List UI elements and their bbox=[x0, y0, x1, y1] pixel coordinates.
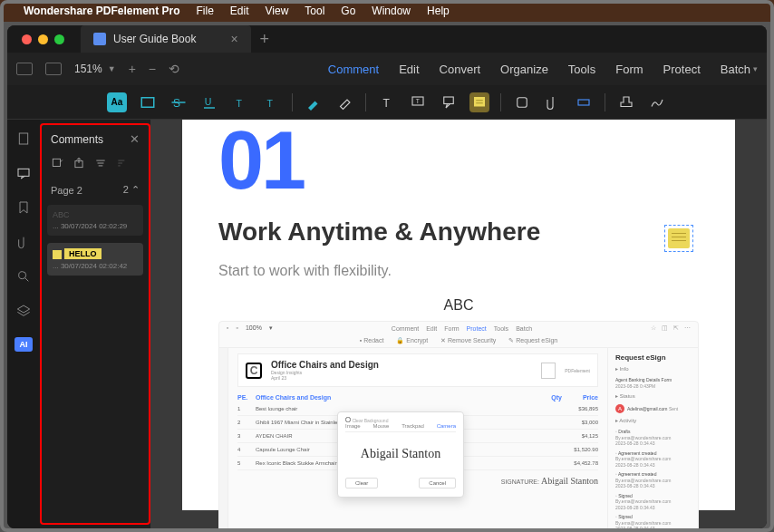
page-subtitle: Start to work with flexibility. bbox=[218, 263, 699, 279]
comment-timestamp: ... 30/07/2024 02:02:42 bbox=[53, 262, 138, 270]
tab-tools[interactable]: Tools bbox=[568, 63, 595, 76]
sidebar-toggle-icon[interactable] bbox=[16, 63, 33, 75]
maximize-window-button[interactable] bbox=[54, 34, 64, 44]
main-area: AI Comments ✕ Page 2 2 ⌃ ABC ... 30/07/2… bbox=[7, 120, 767, 528]
thumbnails-icon[interactable] bbox=[15, 131, 32, 147]
strikethrough-icon[interactable]: S bbox=[169, 92, 189, 112]
menu-view[interactable]: View bbox=[266, 5, 289, 17]
note-icon bbox=[53, 250, 62, 259]
eraser-icon[interactable] bbox=[334, 92, 354, 112]
minimize-window-button[interactable] bbox=[38, 34, 48, 44]
tab-convert[interactable]: Convert bbox=[440, 63, 481, 76]
sort-icon[interactable] bbox=[116, 157, 129, 169]
menu-go[interactable]: Go bbox=[341, 5, 355, 17]
tab-title: User Guide Book bbox=[113, 33, 196, 45]
bookmarks-icon[interactable] bbox=[15, 199, 32, 216]
search-icon[interactable] bbox=[15, 268, 32, 285]
highlight-text-icon[interactable]: Aa bbox=[107, 92, 127, 112]
filter-icon[interactable] bbox=[94, 157, 107, 169]
svg-rect-10 bbox=[444, 97, 454, 104]
tab-form[interactable]: Form bbox=[615, 63, 643, 76]
area-highlight-icon[interactable] bbox=[138, 92, 158, 112]
tab-edit[interactable]: Edit bbox=[399, 63, 419, 76]
zoom-control[interactable]: 151%▼ bbox=[74, 63, 116, 75]
text-box-icon[interactable]: T bbox=[377, 92, 397, 112]
svg-rect-15 bbox=[578, 100, 589, 105]
page-number-heading: 01 bbox=[218, 120, 699, 201]
pdf-tab-icon bbox=[93, 33, 106, 45]
replace-text-icon[interactable]: T bbox=[261, 92, 281, 112]
add-comment-icon[interactable] bbox=[51, 157, 63, 169]
comments-rail-icon[interactable] bbox=[15, 165, 32, 181]
attachment-icon[interactable] bbox=[543, 92, 563, 112]
svg-rect-17 bbox=[18, 169, 29, 176]
svg-point-18 bbox=[19, 272, 26, 279]
layers-icon[interactable] bbox=[15, 303, 32, 319]
document-viewport[interactable]: 01 Work Anytime & Anywhere Start to work… bbox=[150, 120, 767, 528]
view-mode-icon[interactable] bbox=[45, 63, 62, 75]
tab-protect[interactable]: Protect bbox=[663, 63, 701, 76]
close-panel-button[interactable]: ✕ bbox=[130, 132, 140, 146]
sticky-note-icon[interactable] bbox=[469, 92, 489, 112]
svg-rect-11 bbox=[474, 97, 485, 107]
separator bbox=[605, 93, 605, 111]
svg-rect-0 bbox=[141, 97, 154, 107]
close-tab-button[interactable]: × bbox=[230, 32, 237, 46]
menu-edit[interactable]: Edit bbox=[230, 5, 249, 17]
separator bbox=[500, 93, 501, 111]
svg-text:T: T bbox=[383, 96, 391, 109]
comment-timestamp: ... 30/07/2024 02:02:29 bbox=[53, 222, 138, 230]
svg-rect-16 bbox=[19, 133, 27, 144]
tab-batch[interactable]: Batch▾ bbox=[721, 63, 758, 76]
separator bbox=[292, 93, 293, 111]
pdf-page: 01 Work Anytime & Anywhere Start to work… bbox=[182, 120, 735, 510]
svg-text:U: U bbox=[205, 96, 212, 107]
text-callout-icon[interactable]: T bbox=[408, 92, 428, 112]
chevron-down-icon: ▼ bbox=[108, 64, 116, 73]
chevron-down-icon: ▾ bbox=[753, 64, 758, 73]
document-tab[interactable]: User Guide Book × bbox=[81, 25, 251, 53]
sticky-note-annotation[interactable] bbox=[668, 228, 693, 252]
svg-rect-20 bbox=[53, 159, 60, 166]
app-name[interactable]: Wondershare PDFelement Pro bbox=[24, 5, 180, 17]
shape-icon[interactable] bbox=[512, 92, 532, 112]
ai-button[interactable]: AI bbox=[15, 337, 33, 352]
svg-text:T: T bbox=[416, 97, 420, 103]
embedded-screenshot-image: ▫▫100%▾ CommentEditForm ProtectToolsBatc… bbox=[218, 321, 699, 528]
macos-menubar: Wondershare PDFelement Pro File Edit Vie… bbox=[0, 0, 774, 22]
menu-window[interactable]: Window bbox=[372, 5, 411, 17]
zoom-in-icon[interactable]: + bbox=[129, 62, 136, 76]
main-tabs: Comment Edit Convert Organize Tools Form… bbox=[328, 63, 758, 76]
comment-toolbar: Aa S U T T T T bbox=[7, 85, 767, 120]
page-group-label: Page 2 bbox=[51, 185, 82, 196]
svg-text:T: T bbox=[237, 97, 243, 108]
underline-icon[interactable]: U bbox=[199, 92, 219, 112]
comment-list-item[interactable]: ABC ... 30/07/2024 02:02:29 bbox=[47, 205, 143, 236]
comments-panel: Comments ✕ Page 2 2 ⌃ ABC ... 30/07/2024… bbox=[40, 123, 150, 525]
app-window: User Guide Book × + 151%▼ + − ⟲ Comment … bbox=[7, 25, 767, 528]
new-tab-button[interactable]: + bbox=[260, 30, 270, 49]
caret-icon[interactable]: T bbox=[230, 92, 250, 112]
comment-text: ABC bbox=[53, 210, 138, 219]
tab-organize[interactable]: Organize bbox=[500, 63, 548, 76]
callout-icon[interactable] bbox=[439, 92, 459, 112]
menu-help[interactable]: Help bbox=[427, 5, 450, 17]
page-group-header[interactable]: Page 2 2 ⌃ bbox=[42, 179, 149, 201]
comment-text: HELLO bbox=[64, 248, 102, 259]
close-window-button[interactable] bbox=[22, 34, 32, 44]
panel-title: Comments bbox=[51, 133, 103, 146]
stamp-icon[interactable] bbox=[616, 92, 636, 112]
measure-icon[interactable] bbox=[574, 92, 594, 112]
tab-comment[interactable]: Comment bbox=[328, 63, 379, 76]
export-comments-icon[interactable] bbox=[73, 157, 85, 169]
signature-icon[interactable] bbox=[647, 92, 667, 112]
left-rail: AI bbox=[7, 120, 40, 528]
attachments-rail-icon[interactable] bbox=[15, 234, 32, 250]
abc-text-annotation[interactable]: ABC bbox=[218, 297, 699, 314]
highlighter-pen-icon[interactable] bbox=[304, 92, 324, 112]
menu-file[interactable]: File bbox=[197, 5, 214, 17]
menu-tool[interactable]: Tool bbox=[305, 5, 324, 17]
fit-icon[interactable]: ⟲ bbox=[169, 62, 179, 76]
comment-list-item[interactable]: HELLO ... 30/07/2024 02:02:42 bbox=[47, 243, 143, 276]
zoom-out-icon[interactable]: − bbox=[149, 62, 156, 76]
